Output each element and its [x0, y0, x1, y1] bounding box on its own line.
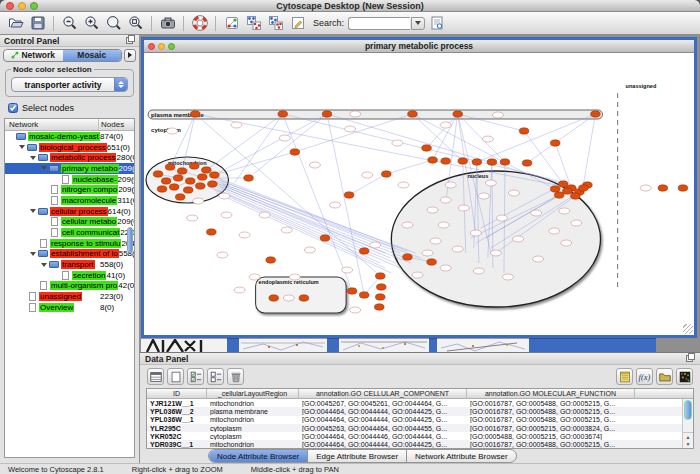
unselect-attributes-icon[interactable] [207, 368, 224, 385]
selected-gene-node[interactable] [153, 171, 163, 177]
gene-node[interactable] [193, 198, 204, 204]
background-window-edge[interactable] [227, 338, 239, 352]
gene-node[interactable] [430, 238, 441, 244]
selected-gene-node[interactable] [359, 248, 369, 254]
gene-node[interactable] [438, 222, 449, 228]
gene-node[interactable] [249, 274, 260, 280]
selected-gene-node[interactable] [278, 111, 288, 117]
tab-node-attribute-browser[interactable]: Node Attribute Browser [209, 450, 308, 462]
unselect-all-icon[interactable] [167, 368, 184, 385]
background-window-fragment[interactable] [437, 338, 529, 352]
selected-gene-node[interactable] [375, 273, 385, 279]
table-row[interactable]: YDR039C__1mitochondrion[GO:0044464, GO:0… [147, 440, 693, 448]
gene-node[interactable] [473, 268, 484, 274]
edge[interactable] [214, 190, 385, 268]
gene-node[interactable] [531, 210, 542, 216]
network-close-button[interactable] [148, 43, 155, 50]
gene-node[interactable] [571, 220, 582, 226]
gene-node[interactable] [370, 242, 381, 248]
network-minimize-button[interactable] [158, 43, 165, 50]
selected-gene-node[interactable] [173, 175, 183, 181]
gene-node[interactable] [279, 135, 290, 141]
gene-node[interactable] [427, 207, 438, 213]
gene-node[interactable] [496, 215, 507, 221]
selected-gene-node[interactable] [403, 254, 413, 260]
column-id[interactable]: ID [147, 389, 207, 398]
gene-node[interactable] [167, 128, 178, 134]
network-zoom-button[interactable] [168, 43, 175, 50]
background-window-fragment[interactable] [239, 338, 327, 352]
selected-gene-node[interactable] [441, 158, 451, 164]
gene-node[interactable] [281, 227, 292, 233]
selected-gene-node[interactable] [210, 172, 220, 178]
tree-row[interactable]: biological_process651(0) [5, 142, 134, 153]
zoom-fit-icon[interactable] [103, 13, 124, 33]
zoom-in-icon[interactable] [81, 13, 102, 33]
matrix-icon[interactable] [676, 368, 693, 385]
network-view-window[interactable]: primary metabolic process plasma membran… [141, 37, 697, 338]
gene-node[interactable] [350, 307, 361, 313]
gene-node[interactable] [283, 295, 294, 301]
zoom-button[interactable] [30, 2, 38, 10]
gene-node[interactable] [259, 212, 270, 218]
selected-gene-node[interactable] [202, 167, 212, 173]
selected-gene-node[interactable] [562, 188, 572, 194]
selected-gene-node[interactable] [472, 159, 482, 165]
selected-gene-node[interactable] [290, 149, 300, 155]
gene-node[interactable] [309, 162, 320, 168]
selected-gene-node[interactable] [169, 184, 179, 190]
network-window-titlebar[interactable]: primary metabolic process [144, 40, 694, 53]
gene-node[interactable] [345, 126, 356, 132]
tab-network[interactable]: Network [4, 50, 63, 61]
resize-grip[interactable] [683, 324, 693, 334]
expander-icon[interactable] [41, 166, 47, 170]
background-window-edge[interactable] [529, 338, 656, 352]
tree-row[interactable]: secretion41(0) [5, 270, 134, 281]
selected-gene-node[interactable] [344, 192, 354, 198]
select-attributes-icon[interactable] [187, 368, 204, 385]
search-input[interactable] [348, 17, 410, 30]
selected-gene-node[interactable] [197, 174, 207, 180]
gene-node[interactable] [559, 208, 570, 214]
snapshot-icon[interactable] [157, 13, 178, 33]
gene-node[interactable] [478, 193, 489, 199]
edge[interactable] [214, 184, 390, 258]
selected-gene-node[interactable] [519, 128, 529, 134]
tree-scrollbar-thumb[interactable] [127, 227, 133, 253]
selected-gene-node[interactable] [427, 259, 437, 265]
gene-node[interactable] [445, 182, 456, 188]
column-go-molecular-function[interactable]: annotation.GO MOLECULAR_FUNCTION [467, 389, 635, 398]
selected-gene-node[interactable] [550, 140, 560, 146]
selected-gene-node[interactable] [190, 111, 200, 117]
zoom-selected-icon[interactable] [125, 13, 146, 33]
search-options-icon[interactable] [426, 13, 447, 33]
annotation-icon[interactable] [287, 13, 308, 33]
tab-network-attribute-browser[interactable]: Network Attribute Browser [407, 450, 515, 462]
close-button[interactable] [6, 2, 14, 10]
tree-row[interactable]: primary metabo209(... [5, 163, 134, 174]
selected-gene-node[interactable] [175, 194, 185, 200]
delete-attribute-icon[interactable] [227, 368, 244, 385]
selected-gene-node[interactable] [376, 284, 386, 290]
gene-node[interactable] [533, 256, 544, 262]
background-window-edge[interactable] [327, 338, 339, 352]
tree-row[interactable]: cellular metabo209(0) [5, 217, 134, 228]
background-window-fragment[interactable] [339, 338, 429, 352]
selected-gene-node[interactable] [554, 192, 564, 198]
gene-node[interactable] [219, 193, 230, 199]
gene-node[interactable] [470, 230, 481, 236]
edge[interactable] [386, 160, 432, 174]
selected-gene-node[interactable] [299, 295, 309, 301]
selected-gene-node[interactable] [428, 157, 438, 163]
gene-node[interactable] [490, 250, 501, 256]
help-icon[interactable] [189, 13, 210, 33]
attribute-notes-icon[interactable] [616, 368, 633, 385]
tree-column-nodes[interactable]: Nodes [99, 120, 134, 129]
selected-gene-node[interactable] [678, 185, 688, 191]
selected-gene-node[interactable] [157, 186, 167, 192]
background-window-edge[interactable] [429, 338, 437, 352]
gene-node[interactable] [402, 222, 413, 228]
selected-gene-node[interactable] [208, 181, 218, 187]
tree-row[interactable]: mosaic-demo-yeast874(0) [5, 131, 134, 142]
gene-node[interactable] [289, 274, 300, 280]
